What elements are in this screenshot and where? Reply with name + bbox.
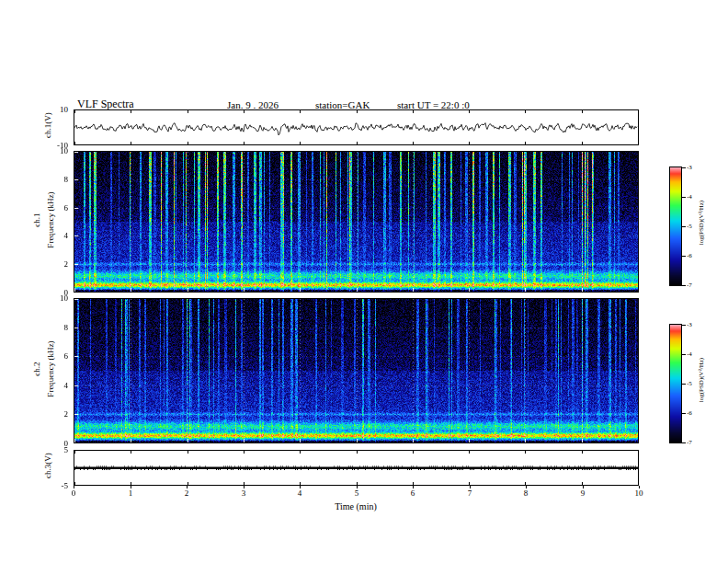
ch2-spectrogram-channel-label: ch.2 (32, 314, 41, 424)
y-tick-label: 6 (44, 203, 68, 213)
x-tick-label: 8 (516, 488, 536, 498)
colorbar-tick-label: -7 (687, 282, 692, 289)
ch2-colorbar-label: log(PSD)(V²/Hz) (698, 329, 705, 431)
vlf-spectra-figure: VLF Spectra Jan. 9 . 2026 station=GAK st… (0, 0, 728, 563)
colorbar-tick-mark (682, 226, 686, 227)
ch1-colorbar (669, 167, 682, 286)
x-tick-label: 1 (120, 488, 141, 498)
x-tick-mark (131, 486, 131, 488)
x-tick-mark (583, 486, 584, 488)
ch1-waveform-panel (74, 109, 639, 145)
x-tick-mark (526, 486, 527, 488)
x-tick-label: 6 (403, 488, 423, 498)
colorbar-tick-label: -3 (687, 164, 692, 171)
colorbar-tick-label: -5 (687, 223, 692, 230)
x-tick-label: 7 (460, 488, 480, 498)
x-tick-label: 9 (573, 488, 593, 498)
x-tick-mark (470, 486, 471, 488)
colorbar-tick-mark (682, 354, 686, 355)
x-tick-mark (244, 486, 245, 488)
ch2-colorbar-canvas (670, 325, 681, 442)
y-tick-label: 5 (44, 445, 68, 454)
x-tick-label: 0 (63, 488, 84, 498)
ch1-spectrogram-panel (74, 151, 639, 293)
y-tick-label: 10 (44, 293, 68, 303)
x-tick-mark (413, 486, 414, 488)
ch2-spectrogram-panel (74, 298, 639, 443)
y-tick-label: 2 (44, 259, 68, 269)
y-tick-label: 8 (44, 323, 68, 332)
x-tick-label: 4 (290, 488, 310, 498)
ch1-colorbar-label: log(PSD)(V²/Hz) (698, 172, 705, 273)
colorbar-tick-mark (682, 413, 686, 414)
colorbar-tick-mark (682, 325, 686, 326)
colorbar-tick-mark (682, 256, 686, 257)
ch2-spectrogram-canvas (74, 299, 638, 442)
x-tick-label: 10 (629, 488, 649, 498)
ch3-trace-canvas (74, 451, 638, 485)
colorbar-tick-mark (682, 285, 686, 286)
colorbar-tick-mark (682, 197, 686, 198)
x-tick-label: 5 (347, 488, 367, 498)
x-tick-mark (300, 486, 301, 488)
y-tick-label: 4 (44, 231, 68, 240)
colorbar-tick-mark (682, 167, 686, 168)
x-tick-mark (357, 486, 358, 488)
colorbar-tick-label: -6 (687, 409, 692, 417)
ch1-spectrogram-canvas (74, 152, 638, 292)
y-tick-label: 2 (44, 409, 68, 419)
colorbar-tick-mark (682, 442, 686, 443)
colorbar-tick-label: -5 (687, 380, 692, 387)
colorbar-tick-mark (682, 384, 686, 385)
colorbar-tick-label: -6 (687, 252, 692, 259)
x-tick-mark (639, 486, 640, 488)
ch3-trace-panel (74, 450, 639, 486)
x-tick-mark (187, 486, 188, 488)
colorbar-tick-label: -3 (687, 321, 692, 328)
y-tick-label: 4 (44, 381, 68, 390)
y-tick-label: 10 (44, 105, 68, 114)
colorbar-tick-label: -4 (687, 193, 692, 201)
ch1-spectrogram-channel-label: ch.1 (32, 165, 41, 275)
y-tick-label: 8 (44, 175, 68, 184)
x-tick-label: 2 (176, 488, 197, 498)
ch1-waveform-canvas (74, 110, 638, 144)
colorbar-tick-label: -4 (687, 350, 692, 358)
y-tick-label: 10 (44, 146, 68, 155)
x-tick-label: 3 (233, 488, 254, 498)
time-axis-label: Time (min) (310, 501, 402, 511)
ch1-colorbar-canvas (670, 167, 681, 285)
ch2-colorbar (669, 324, 682, 443)
colorbar-tick-label: -7 (687, 439, 692, 446)
x-tick-mark (74, 486, 74, 488)
y-tick-label: 6 (44, 351, 68, 361)
